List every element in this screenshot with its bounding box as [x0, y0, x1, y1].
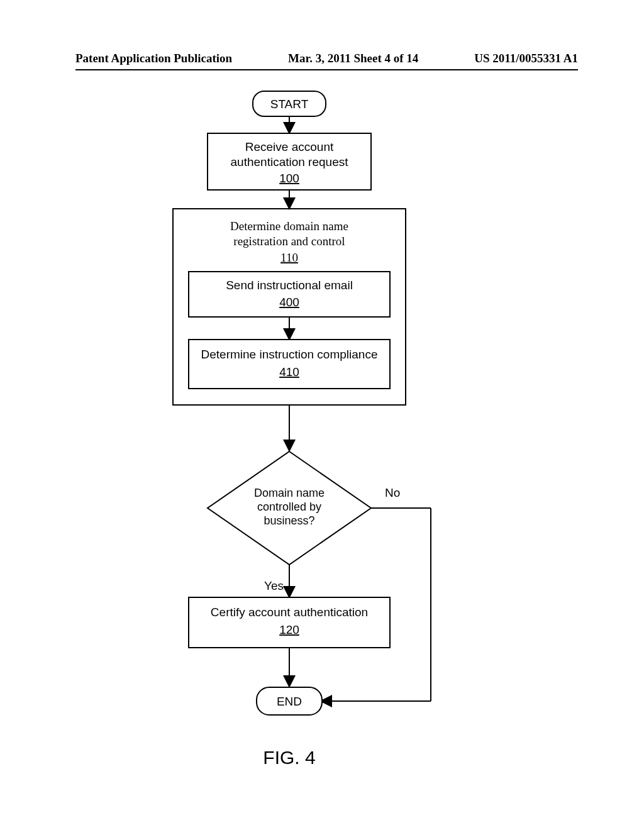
step-400: Send instructional email 400 [189, 272, 390, 317]
decision-node: Domain name controlled by business? [208, 451, 371, 565]
svg-rect-7 [189, 340, 390, 389]
step-110-ref: 110 [280, 251, 298, 264]
no-label: No [385, 486, 400, 499]
end-node: END [257, 687, 322, 715]
svg-rect-14 [189, 597, 390, 648]
step-110-line1: Determine domain name [230, 219, 348, 233]
step-110-line2: registration and control [233, 235, 345, 248]
step-100-line1: Receive account [245, 140, 334, 153]
figure-label: FIG. 4 [263, 747, 315, 768]
header-center: Mar. 3, 2011 Sheet 4 of 14 [232, 52, 474, 65]
start-node: START [253, 91, 326, 116]
decision-line3: business? [264, 514, 314, 527]
step-120-line1: Certify account authentication [211, 606, 368, 619]
step-400-line1: Send instructional email [226, 279, 353, 292]
step-410-ref: 410 [279, 365, 299, 379]
step-120: Certify account authentication 120 [189, 597, 390, 648]
step-120-ref: 120 [279, 623, 299, 636]
step-100-ref: 100 [279, 172, 299, 185]
step-410: Determine instruction compliance 410 [189, 340, 390, 389]
page-header: Patent Application Publication Mar. 3, 2… [75, 52, 578, 70]
header-left: Patent Application Publication [75, 52, 232, 65]
header-right: US 2011/0055331 A1 [474, 52, 578, 65]
step-100: Receive account authentication request 1… [208, 133, 371, 190]
start-label: START [270, 97, 309, 111]
decision-line2: controlled by [257, 501, 321, 513]
end-label: END [277, 695, 302, 708]
yes-label: Yes [264, 579, 284, 592]
step-400-ref: 400 [279, 296, 299, 309]
step-410-line1: Determine instruction compliance [201, 348, 378, 361]
step-100-line2: authentication request [231, 155, 349, 169]
decision-line1: Domain name [254, 487, 325, 499]
flowchart: START Receive account authentication req… [0, 82, 644, 805]
